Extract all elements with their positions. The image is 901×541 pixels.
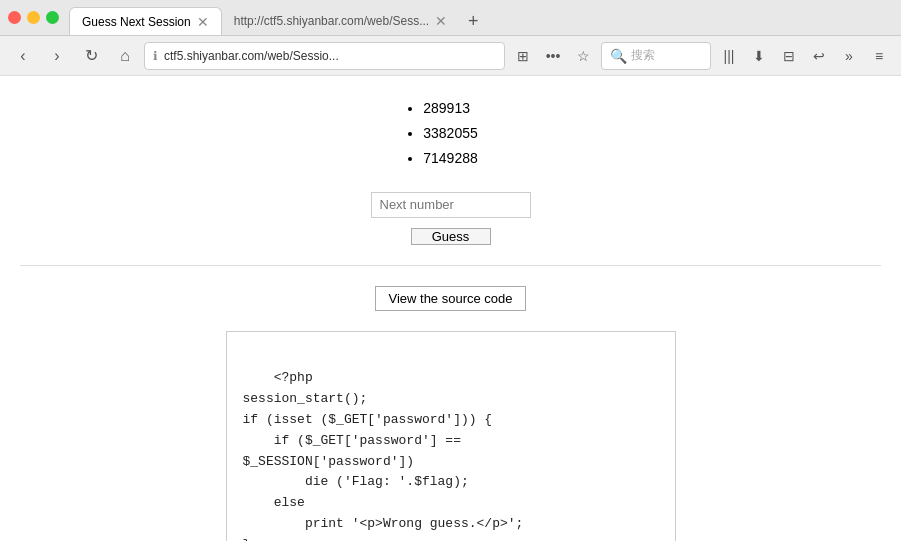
reader-button[interactable]: ⊟	[775, 42, 803, 70]
page-content: 289913 3382055 7149288 Guess View the so…	[0, 76, 901, 541]
view-source-button[interactable]: View the source code	[375, 286, 525, 311]
more-button[interactable]: •••	[539, 42, 567, 70]
list-item: 7149288	[423, 146, 478, 171]
forward-icon: ›	[54, 47, 59, 65]
tab-label-inactive: http://ctf5.shiyanbar.com/web/Sess...	[234, 14, 429, 28]
close-button[interactable]	[8, 11, 21, 24]
tab-close-inactive[interactable]: ✕	[435, 14, 447, 28]
input-row	[371, 192, 531, 218]
search-box[interactable]: 🔍 搜索	[601, 42, 711, 70]
source-code-block: <?php session_start(); if (isset ($_GET[…	[226, 331, 676, 541]
star-button[interactable]: ☆	[569, 42, 597, 70]
bookmarks-icon: |||	[724, 48, 735, 64]
address-bar[interactable]: ℹ ctf5.shiyanbar.com/web/Sessio...	[144, 42, 505, 70]
add-tab-icon: +	[468, 11, 479, 32]
info-icon: ℹ	[153, 49, 158, 63]
grid-icon-button[interactable]: ⊞	[509, 42, 537, 70]
window-controls	[8, 11, 59, 24]
number-list: 289913 3382055 7149288	[423, 96, 478, 172]
download-button[interactable]: ⬇	[745, 42, 773, 70]
menu-button[interactable]: ≡	[865, 42, 893, 70]
more-icon: •••	[546, 48, 561, 64]
hamburger-icon: ≡	[875, 48, 883, 64]
home-button[interactable]: ⌂	[110, 42, 140, 70]
search-placeholder: 搜索	[631, 47, 655, 64]
tab-active[interactable]: Guess Next Session ✕	[69, 7, 222, 35]
back2-button[interactable]: ↩	[805, 42, 833, 70]
divider	[20, 265, 881, 266]
next-number-input[interactable]	[371, 192, 531, 218]
titlebar: Guess Next Session ✕ http://ctf5.shiyanb…	[0, 0, 901, 36]
number-3: 7149288	[423, 150, 478, 166]
number-1: 289913	[423, 100, 470, 116]
source-code: <?php session_start(); if (isset ($_GET[…	[243, 370, 563, 541]
number-2: 3382055	[423, 125, 478, 141]
bookmarks-button[interactable]: |||	[715, 42, 743, 70]
home-icon: ⌂	[120, 47, 130, 65]
reload-icon: ↻	[85, 46, 98, 65]
back2-icon: ↩	[813, 48, 825, 64]
chevron-right-icon: »	[845, 48, 853, 64]
download-icon: ⬇	[753, 48, 765, 64]
back-icon: ‹	[20, 47, 25, 65]
toolbar-icons: ⊞ ••• ☆	[509, 42, 597, 70]
view-source-label: View the source code	[388, 291, 512, 306]
reload-button[interactable]: ↻	[76, 42, 106, 70]
list-item: 289913	[423, 96, 478, 121]
forward-button[interactable]: ›	[42, 42, 72, 70]
add-tab-button[interactable]: +	[459, 7, 487, 35]
search-icon: 🔍	[610, 48, 627, 64]
list-item: 3382055	[423, 121, 478, 146]
tab-close-active[interactable]: ✕	[197, 15, 209, 29]
more2-button[interactable]: »	[835, 42, 863, 70]
toolbar: ‹ › ↻ ⌂ ℹ ctf5.shiyanbar.com/web/Sessio.…	[0, 36, 901, 76]
maximize-button[interactable]	[46, 11, 59, 24]
address-text: ctf5.shiyanbar.com/web/Sessio...	[164, 49, 496, 63]
reader-icon: ⊟	[783, 48, 795, 64]
tab-bar: Guess Next Session ✕ http://ctf5.shiyanb…	[69, 0, 893, 35]
guess-button-label: Guess	[432, 229, 470, 244]
guess-button[interactable]: Guess	[411, 228, 491, 245]
minimize-button[interactable]	[27, 11, 40, 24]
back-button[interactable]: ‹	[8, 42, 38, 70]
grid-icon: ⊞	[517, 48, 529, 64]
star-icon: ☆	[577, 48, 590, 64]
tab-label-active: Guess Next Session	[82, 15, 191, 29]
toolbar-right: ||| ⬇ ⊟ ↩ » ≡	[715, 42, 893, 70]
tab-inactive[interactable]: http://ctf5.shiyanbar.com/web/Sess... ✕	[222, 7, 459, 35]
